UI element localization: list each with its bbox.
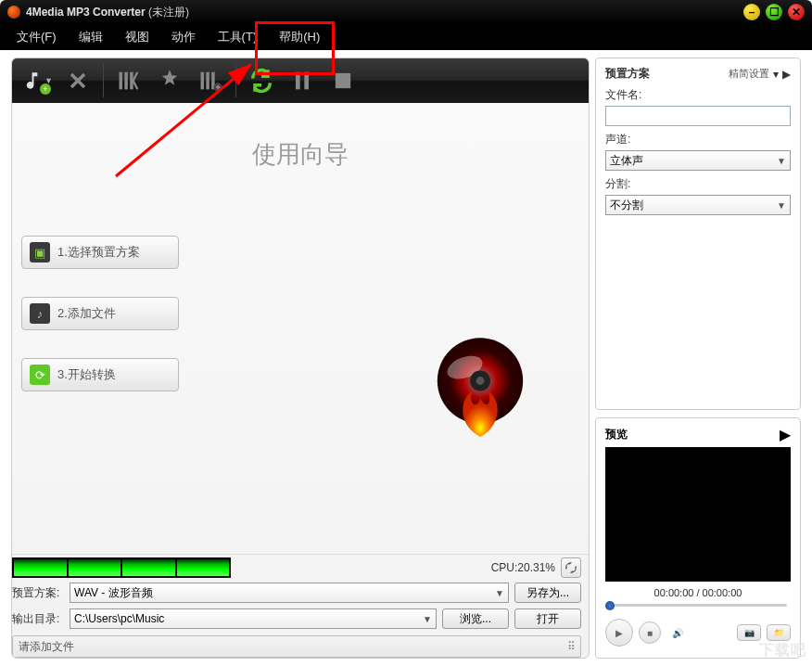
- snapshot-button[interactable]: 📷: [737, 624, 761, 641]
- channel-label: 声道:: [605, 132, 791, 147]
- preview-controls: ▶ ■ 🔊 📷 📁: [605, 619, 791, 647]
- open-button[interactable]: 打开: [514, 608, 581, 629]
- status-text: 请添加文件: [19, 639, 74, 655]
- browse-button[interactable]: 浏览...: [442, 608, 509, 629]
- effects-button[interactable]: [154, 65, 185, 96]
- split-label: 分割:: [605, 176, 791, 192]
- svg-rect-4: [201, 72, 205, 90]
- preview-video-area: [605, 447, 791, 582]
- step-label: 3.开始转换: [57, 366, 116, 383]
- stop-button[interactable]: [327, 65, 359, 96]
- cpu-graph: [12, 557, 231, 578]
- play-button[interactable]: ▶: [605, 619, 633, 647]
- music-note-icon: ♪: [30, 303, 50, 324]
- wizard-heading: 使用向导: [12, 138, 589, 171]
- profile-label: 预置方案:: [12, 585, 64, 601]
- volume-icon[interactable]: 🔊: [666, 621, 689, 644]
- preview-title: 预览: [605, 427, 780, 442]
- title-bar: 4Media MP3 Converter (未注册) – ☐ ✕: [0, 0, 812, 24]
- svg-rect-1: [120, 72, 123, 90]
- cpu-status-row: CPU:20.31%: [12, 554, 589, 580]
- step-start-convert[interactable]: ⟳ 3.开始转换: [21, 358, 179, 391]
- wizard-panel: 使用向导 ▣ 1.选择预置方案 ♪ 2.添加文件 ⟳ 3.开始转换: [12, 103, 589, 554]
- toolbar-divider: [103, 64, 104, 97]
- save-as-button[interactable]: 另存为...: [514, 583, 581, 603]
- pause-button[interactable]: [286, 65, 318, 96]
- refresh-icon: ⟳: [30, 365, 50, 385]
- channel-select[interactable]: 立体声▼: [605, 150, 791, 171]
- status-bar: 请添加文件 ⠿: [12, 635, 581, 658]
- svg-rect-10: [336, 73, 350, 88]
- close-button[interactable]: ✕: [788, 4, 805, 20]
- simple-settings-link[interactable]: 精简设置: [729, 67, 769, 81]
- toolbar-divider: [235, 64, 236, 97]
- cut-button[interactable]: [113, 65, 145, 96]
- step-select-profile[interactable]: ▣ 1.选择预置方案: [21, 236, 179, 269]
- svg-rect-9: [304, 72, 309, 90]
- menu-edit[interactable]: 编辑: [68, 25, 114, 49]
- profile-select[interactable]: WAV - 波形音频▼: [70, 583, 509, 603]
- menu-action[interactable]: 动作: [160, 25, 207, 49]
- profile-settings-panel: 预置方案 精简设置 ▾ ▶ 文件名: 声道: 立体声▼ 分割: 不分割▼: [595, 58, 801, 410]
- cpu-label: CPU:20.31%: [491, 561, 555, 574]
- step-label: 2.添加文件: [57, 305, 116, 322]
- app-icon: [7, 6, 20, 19]
- disc-burning-icon: [429, 335, 531, 437]
- stop-preview-button[interactable]: ■: [639, 621, 661, 644]
- step-add-file[interactable]: ♪ 2.添加文件: [21, 297, 179, 330]
- svg-rect-8: [296, 72, 300, 90]
- settings-wrench-button[interactable]: [561, 557, 581, 578]
- chevron-right-icon[interactable]: ▶: [780, 426, 791, 443]
- window-title: 4Media MP3 Converter (未注册): [26, 5, 738, 20]
- preview-time: 00:00:00 / 00:00:00: [605, 587, 791, 598]
- output-path-select[interactable]: C:\Users\pc\Music▼: [70, 608, 437, 629]
- folder-button[interactable]: 📁: [767, 624, 791, 641]
- profile-row: 预置方案: WAV - 波形音频▼ 另存为...: [12, 580, 589, 606]
- chevron-down-icon[interactable]: ▾: [773, 68, 779, 81]
- preview-seek-slider[interactable]: [605, 604, 791, 611]
- svg-rect-2: [124, 72, 128, 90]
- preview-panel: 预览 ▶ 00:00:00 / 00:00:00 ▶ ■ 🔊 📷 📁: [595, 417, 801, 659]
- chevron-right-icon[interactable]: ▶: [782, 68, 791, 81]
- maximize-button[interactable]: ☐: [766, 4, 782, 20]
- filename-label: 文件名:: [605, 87, 791, 103]
- menu-bar: 文件(F) 编辑 视图 动作 工具(T) 帮助(H): [0, 24, 812, 50]
- menu-help[interactable]: 帮助(H): [268, 25, 331, 49]
- step-label: 1.选择预置方案: [57, 244, 140, 261]
- svg-point-14: [476, 377, 485, 385]
- menu-view[interactable]: 视图: [114, 25, 160, 49]
- add-film-button[interactable]: [195, 65, 226, 96]
- film-plus-icon: ▣: [30, 242, 50, 263]
- add-music-button[interactable]: +▼: [21, 65, 53, 96]
- filename-input[interactable]: [605, 106, 791, 126]
- output-label: 输出目录:: [12, 611, 64, 627]
- split-select[interactable]: 不分割▼: [605, 195, 791, 215]
- convert-button[interactable]: [246, 65, 277, 96]
- minimize-button[interactable]: –: [743, 4, 760, 20]
- main-toolbar: +▼: [12, 58, 589, 103]
- resize-grip-icon: ⠿: [567, 640, 575, 653]
- menu-file[interactable]: 文件(F): [6, 25, 68, 49]
- svg-rect-5: [206, 72, 209, 90]
- output-row: 输出目录: C:\Users\pc\Music▼ 浏览... 打开: [12, 606, 589, 632]
- delete-button[interactable]: [62, 65, 94, 96]
- panel-title: 预置方案: [605, 66, 729, 82]
- menu-tools[interactable]: 工具(T): [207, 25, 269, 49]
